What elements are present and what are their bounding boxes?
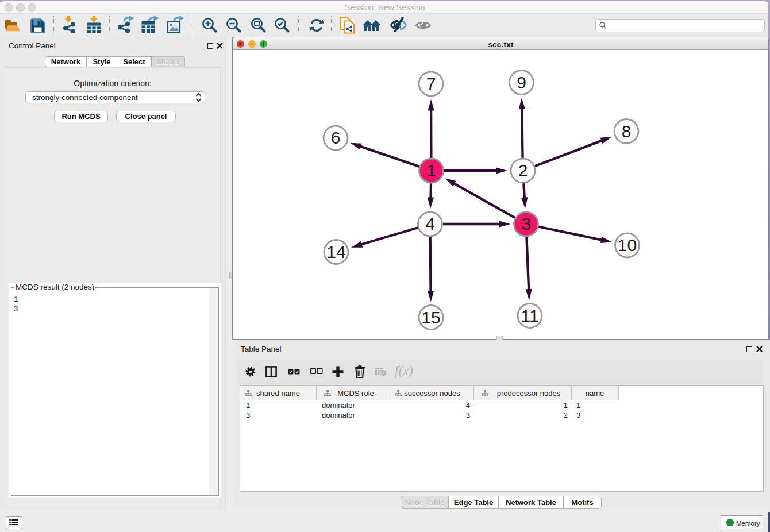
svg-text:shared name: shared name — [256, 389, 300, 398]
svg-text:6: 6 — [331, 128, 341, 147]
svg-text:8: 8 — [622, 122, 632, 141]
svg-text:2: 2 — [518, 161, 528, 180]
svg-text:predecessor nodes: predecessor nodes — [497, 389, 561, 398]
svg-text:1: 1 — [426, 161, 436, 180]
svg-text:name: name — [586, 389, 605, 398]
svg-text:11: 11 — [521, 306, 538, 325]
svg-text:14: 14 — [326, 242, 345, 261]
svg-text:15: 15 — [421, 308, 440, 327]
svg-text:4: 4 — [425, 214, 435, 233]
svg-text:9: 9 — [517, 73, 526, 92]
svg-text:10: 10 — [618, 236, 637, 255]
svg-text:7: 7 — [426, 74, 436, 93]
svg-text:MCDS role: MCDS role — [337, 389, 374, 398]
svg-text:successor nodes: successor nodes — [404, 389, 460, 398]
svg-text:3: 3 — [521, 214, 531, 233]
